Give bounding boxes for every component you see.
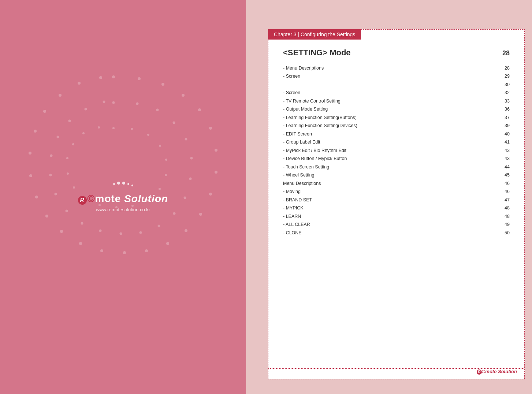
svg-point-49 — [131, 128, 133, 130]
svg-point-45 — [68, 120, 71, 122]
svg-point-2 — [161, 83, 164, 86]
logo-at: © — [87, 193, 95, 204]
svg-point-50 — [147, 134, 149, 136]
svg-point-18 — [35, 196, 38, 198]
toc-item: - ALL CLEAR 49 — [283, 221, 510, 229]
toc-item-page: 36 — [499, 106, 510, 113]
toc-item-label: - Learning Function Setting(Devices) — [283, 123, 499, 129]
toc-item-page: 43 — [499, 156, 510, 162]
svg-point-52 — [165, 159, 167, 161]
svg-point-21 — [34, 130, 37, 133]
svg-point-42 — [49, 174, 52, 176]
svg-point-1 — [138, 77, 141, 80]
svg-point-41 — [55, 193, 57, 196]
svg-point-38 — [99, 230, 102, 232]
logo-dot-2 — [117, 182, 120, 185]
toc-item-label: - Wheel Setting — [283, 172, 499, 179]
svg-point-34 — [173, 212, 176, 215]
logo-solution: Solution — [121, 193, 168, 204]
content-panel: Chapter 3 | Configuring the Settings <SE… — [268, 29, 525, 379]
svg-point-53 — [165, 174, 167, 176]
svg-point-29 — [173, 122, 175, 124]
toc-item: - Output Mode Setting 36 — [283, 105, 510, 114]
toc-item: - Touch Screen Setting 44 — [283, 163, 510, 171]
toc-item: - Screen 29 — [283, 73, 510, 81]
toc-item-page: 33 — [499, 98, 510, 105]
toc-item-page: 50 — [499, 230, 510, 237]
toc-item-page: 28 — [499, 65, 510, 72]
svg-point-51 — [159, 145, 161, 147]
toc-item: - CLONE 50 — [283, 229, 510, 237]
toc-item-page: 47 — [499, 197, 510, 204]
svg-point-25 — [99, 76, 102, 79]
toc-item: - Group Label Edit 41 — [283, 138, 510, 147]
svg-point-47 — [103, 101, 105, 103]
brand-logo: R©mote Solution — [78, 193, 168, 205]
footer-logo: R©mote Solution — [477, 369, 517, 375]
toc-item-page: 40 — [499, 131, 510, 138]
svg-point-24 — [78, 82, 81, 85]
toc-item-label: - EDIT Screen — [283, 131, 499, 138]
svg-point-36 — [139, 231, 142, 234]
svg-point-30 — [185, 138, 187, 141]
toc-item-page: 32 — [499, 90, 510, 96]
svg-point-9 — [199, 213, 202, 216]
svg-point-11 — [166, 242, 169, 245]
svg-point-37 — [120, 233, 122, 235]
svg-point-31 — [190, 157, 193, 160]
svg-point-20 — [29, 152, 31, 155]
toc-item-page: 41 — [499, 139, 510, 146]
toc-item: - Learning Function Setting(Devices) 39 — [283, 122, 510, 130]
svg-point-65 — [98, 126, 100, 129]
main-entry-page: 28 — [502, 49, 510, 57]
toc-item-label: - Group Label Edit — [283, 139, 499, 146]
toc-item-page: 49 — [499, 222, 510, 228]
toc-item: - EDIT Screen 40 — [283, 130, 510, 138]
left-page: R©mote Solution www.remotesolution.co.kr — [0, 0, 246, 394]
toc-list: - Menu Descriptions 28 - Screen 29 30 - … — [283, 64, 510, 237]
toc-item-label: - TV Remote Control Setting — [283, 98, 499, 105]
svg-point-12 — [145, 249, 148, 252]
toc-item-page: 43 — [499, 148, 510, 154]
logo-dots-decoration — [113, 182, 133, 186]
toc-item-label: - LEARN — [283, 213, 499, 220]
svg-point-33 — [184, 197, 186, 199]
toc-item: - MyPick Edit / Bio Rhythm Edit 43 — [283, 146, 510, 155]
logo-url: www.remotesolution.co.kr — [96, 207, 150, 212]
svg-point-14 — [100, 249, 103, 252]
svg-point-0 — [112, 75, 115, 78]
main-entry-label: <SETTING> Mode — [283, 48, 351, 57]
svg-point-3 — [182, 94, 185, 97]
svg-point-6 — [215, 149, 217, 152]
svg-point-28 — [156, 109, 159, 111]
toc-item: - Wheel Setting 45 — [283, 171, 510, 180]
svg-point-39 — [81, 222, 83, 225]
svg-point-40 — [66, 210, 68, 212]
toc-item: - Device Button / Mypick Button 43 — [283, 155, 510, 163]
toc-item-page: 46 — [499, 189, 510, 195]
logo-area: R©mote Solution www.remotesolution.co.kr — [78, 182, 168, 212]
logo-mote: mote — [95, 193, 121, 204]
logo-dot-4 — [127, 183, 129, 185]
svg-point-7 — [215, 171, 217, 174]
toc-item-page: 44 — [499, 164, 510, 171]
toc-item: - Menu Descriptions 28 — [283, 64, 510, 73]
toc-main-title: <SETTING> Mode 28 — [283, 48, 510, 57]
svg-point-46 — [85, 108, 87, 111]
toc-item-label: - BRAND SET — [283, 197, 499, 204]
toc-item-page: 48 — [499, 213, 510, 220]
toc-item-page: 30 — [499, 82, 510, 88]
logo-dot-3 — [122, 182, 125, 185]
svg-point-35 — [158, 225, 160, 227]
svg-point-64 — [82, 132, 85, 134]
toc-item: - Learning Function Setting(Buttons) 37 — [283, 114, 510, 122]
toc-item-page: 48 — [499, 205, 510, 212]
svg-point-13 — [123, 251, 126, 254]
svg-point-23 — [59, 94, 62, 97]
svg-point-48 — [112, 127, 115, 129]
footer-logo-text: ©mote Solution — [482, 369, 517, 374]
svg-point-62 — [66, 157, 68, 159]
toc-item: - TV Remote Control Setting 33 — [283, 97, 510, 105]
toc-item-label: - Screen — [283, 73, 499, 80]
svg-point-44 — [57, 136, 59, 138]
